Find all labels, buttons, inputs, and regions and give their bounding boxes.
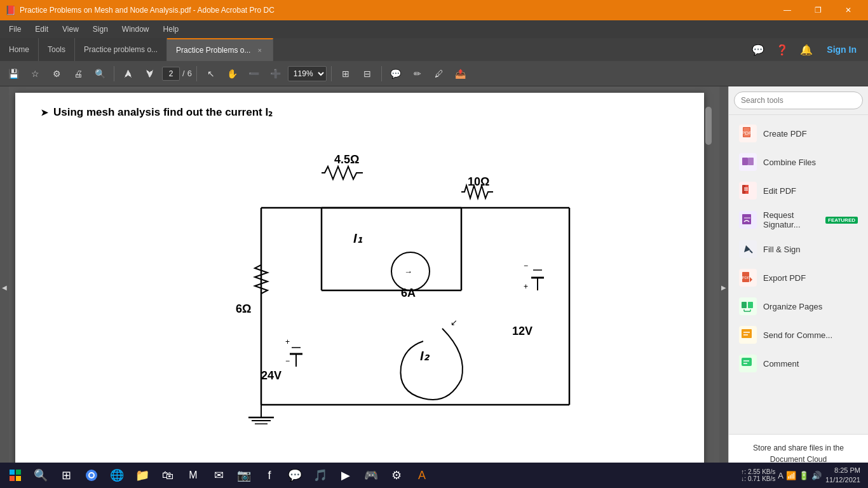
maximize-button[interactable]: ❐	[803, 0, 832, 20]
svg-point-65	[90, 473, 93, 477]
tool-item-comment[interactable]: Comment	[731, 349, 865, 377]
tab-doc1[interactable]: Practice problems o...	[75, 38, 167, 61]
tab-tools-label: Tools	[48, 45, 65, 54]
taskbar-photos[interactable]: 📷	[233, 464, 255, 487]
taskbar-store[interactable]: 🛍	[156, 464, 179, 487]
next-page-button[interactable]: ⮟	[140, 64, 159, 83]
page-input[interactable]	[162, 67, 180, 81]
title-bar-controls: — ❐ ✕	[773, 0, 863, 20]
hand-tool[interactable]: ✋	[223, 64, 242, 83]
tool-item-combine-files[interactable]: Combine Files	[731, 148, 865, 176]
tool-item-send-comment[interactable]: Send for Comme...	[731, 321, 865, 349]
svg-rect-47	[748, 302, 753, 308]
tool-item-organize-pages[interactable]: Organize Pages	[731, 292, 865, 320]
select-tool[interactable]: ↖	[201, 64, 220, 83]
tool-item-edit-pdf[interactable]: Edit PDF	[731, 177, 865, 205]
menu-help[interactable]: Help	[157, 22, 186, 36]
sign-in-button[interactable]: Sign In	[822, 42, 862, 57]
taskbar-games[interactable]: 🎮	[360, 464, 383, 487]
zoom-in-button[interactable]: ➕	[266, 64, 285, 83]
send-comment-icon	[739, 326, 757, 344]
tool-item-fill-sign[interactable]: Fill & Sign	[731, 235, 865, 263]
fit-page-button[interactable]: ⊞	[336, 64, 355, 83]
tab-tools[interactable]: Tools	[39, 38, 75, 61]
window-title: Practice Problems on Mesh and Node Analy…	[20, 6, 275, 15]
sep1	[114, 66, 114, 81]
tab-doc2[interactable]: Practice Problems o... ×	[167, 38, 273, 61]
fill-sign-icon	[739, 240, 757, 258]
minimize-button[interactable]: —	[773, 0, 802, 20]
taskbar-gmail[interactable]: M	[182, 464, 205, 487]
menu-edit[interactable]: Edit	[29, 22, 55, 36]
edit-pdf-label: Edit PDF	[763, 186, 796, 196]
scrollbar-thumb[interactable]	[705, 107, 712, 145]
svg-rect-61	[10, 476, 15, 481]
menu-file[interactable]: File	[3, 22, 27, 36]
taskbar-files[interactable]: 📁	[131, 464, 154, 487]
page-sep: /	[182, 69, 185, 78]
properties-button[interactable]: ⚙	[47, 64, 66, 83]
tab-home[interactable]: Home	[0, 38, 39, 61]
prev-page-button[interactable]: ⮝	[119, 64, 138, 83]
cloud-promo-text: Store and share files in the Document Cl…	[736, 442, 860, 465]
menu-view[interactable]: View	[56, 22, 85, 36]
start-button[interactable]	[4, 464, 27, 487]
taskbar-email[interactable]: ✉	[207, 464, 230, 487]
fill-sign-label: Fill & Sign	[763, 245, 801, 254]
taskbar-chrome[interactable]	[80, 464, 103, 487]
find-button[interactable]: 🔍	[90, 64, 109, 83]
taskbar-taskview[interactable]: ⊞	[55, 464, 78, 487]
edit-pdf-icon	[739, 182, 757, 200]
taskbar-settings[interactable]: ⚙	[385, 464, 408, 487]
request-signature-label: Request Signatur...	[763, 210, 819, 229]
svg-rect-62	[16, 476, 21, 481]
tab-doc2-close[interactable]: ×	[255, 46, 263, 55]
svg-rect-42	[742, 214, 751, 224]
page-navigation: / 6	[162, 67, 192, 81]
marquee-zoom[interactable]: ⊟	[358, 64, 377, 83]
menu-window[interactable]: Window	[116, 22, 156, 36]
taskbar-facebook[interactable]: f	[258, 464, 281, 487]
tab-bar-right: 💬 ❓ 🔔 Sign In	[743, 38, 868, 61]
battery-icon: 🔋	[799, 471, 809, 480]
zoom-select[interactable]: 119% 100% 75% 150%	[288, 66, 327, 81]
share-button[interactable]: 📤	[451, 64, 470, 83]
help-icon[interactable]: ❓	[773, 41, 791, 58]
taskbar-messenger[interactable]: 💬	[283, 464, 306, 487]
clock: 8:25 PM	[825, 466, 860, 475]
comment-icon[interactable]: 💬	[386, 64, 405, 83]
notification-icon[interactable]: 🔔	[797, 41, 815, 58]
right-panel-toggle[interactable]: ▶	[719, 86, 728, 488]
tool-item-create-pdf[interactable]: PDF Create PDF	[731, 119, 865, 147]
svg-text:+: +	[285, 337, 290, 346]
chat-icon[interactable]: 💬	[749, 41, 767, 58]
pen-tool[interactable]: ✏	[408, 64, 427, 83]
save-button[interactable]: 💾	[4, 64, 23, 83]
left-panel-toggle[interactable]: ◀	[0, 86, 9, 488]
svg-rect-37	[748, 158, 754, 165]
taskbar-spotify[interactable]: 🎵	[309, 464, 332, 487]
app-icon: 📕	[5, 5, 16, 15]
search-tools-input[interactable]	[734, 92, 863, 109]
bookmark-button[interactable]: ☆	[25, 64, 44, 83]
menu-bar: File Edit View Sign Window Help	[0, 20, 868, 38]
taskbar-search[interactable]: 🔍	[29, 464, 52, 487]
combine-files-icon	[739, 153, 757, 171]
page-total: 6	[187, 69, 192, 78]
sep4	[381, 66, 382, 81]
taskbar-youtube[interactable]: ▶	[334, 464, 357, 487]
sep3	[331, 66, 332, 81]
pdf-area: Using mesh analysis find out the current…	[9, 86, 719, 488]
svg-rect-55	[742, 358, 752, 366]
taskbar-acrobat[interactable]: A	[410, 464, 433, 487]
highlight-tool[interactable]: 🖊	[430, 64, 449, 83]
close-button[interactable]: ✕	[834, 0, 863, 20]
svg-text:PDF: PDF	[742, 130, 752, 136]
menu-sign[interactable]: Sign	[86, 22, 114, 36]
zoom-out-button[interactable]: ➖	[245, 64, 264, 83]
tool-item-export-pdf[interactable]: PDF Export PDF	[731, 264, 865, 292]
print-button[interactable]: 🖨	[69, 64, 88, 83]
tool-item-request-signature[interactable]: Request Signatur... FEATURED	[731, 205, 865, 234]
pdf-heading-text: Using mesh analysis find out the current…	[53, 105, 273, 119]
taskbar-edge[interactable]: 🌐	[105, 464, 128, 487]
